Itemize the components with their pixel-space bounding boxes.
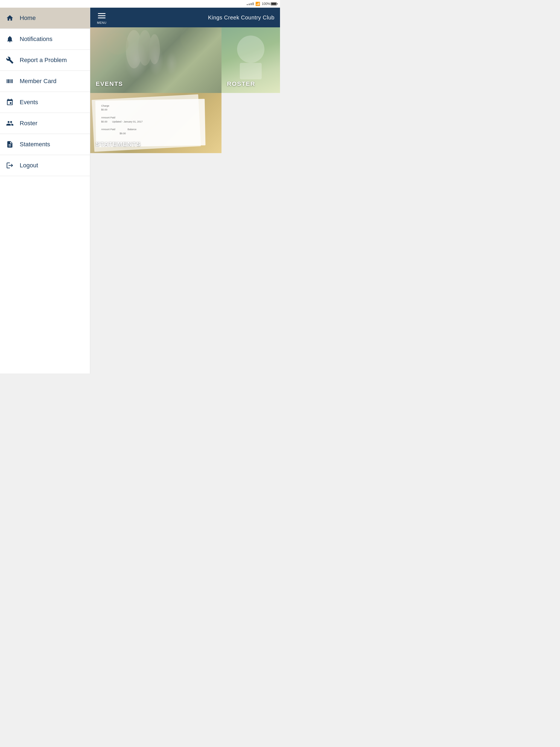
app-title: Kings Creek Country Club: [113, 15, 275, 21]
wrench-icon: [5, 56, 14, 65]
sidebar-item-statements[interactable]: Statements: [0, 134, 90, 155]
tile-statements-label: STATEMENTS: [96, 140, 141, 148]
sidebar-item-logout-label: Logout: [20, 162, 38, 169]
svg-point-4: [180, 27, 208, 52]
sidebar-item-member-card[interactable]: Member Card: [0, 71, 90, 92]
status-bar: 📶 100%: [0, 0, 280, 8]
svg-point-3: [107, 33, 128, 55]
sidebar-item-home-label: Home: [20, 15, 36, 22]
barcode-icon: [5, 77, 14, 85]
tile-roster[interactable]: ROSTER: [222, 27, 280, 93]
sidebar-item-logout[interactable]: Logout: [0, 155, 90, 176]
tile-statements[interactable]: Charge $0.00 Amount Paid $0.00 Updated -…: [90, 93, 222, 153]
sidebar-item-member-card-label: Member Card: [20, 78, 56, 85]
app-body: Home Notifications Report a Problem: [0, 8, 280, 374]
tile-events[interactable]: EVENTS: [90, 27, 222, 93]
hamburger-icon: [96, 11, 108, 21]
sidebar-item-report-problem[interactable]: Report a Problem: [0, 50, 90, 71]
sidebar-item-notifications[interactable]: Notifications: [0, 29, 90, 50]
tile-roster-label: ROSTER: [227, 80, 255, 87]
svg-point-2: [149, 34, 160, 64]
people-icon: [5, 119, 14, 128]
svg-point-5: [237, 35, 264, 63]
sidebar-item-roster[interactable]: Roster: [0, 113, 90, 134]
sidebar-item-statements-label: Statements: [20, 141, 50, 148]
sidebar-item-events[interactable]: Events: [0, 92, 90, 113]
tile-events-label: EVENTS: [96, 80, 123, 87]
statements-overlay-text: Charge $0.00 Amount Paid $0.00 Updated -…: [101, 104, 143, 135]
menu-button[interactable]: MENU: [96, 11, 108, 24]
battery-pct-label: 100%: [262, 2, 270, 6]
logout-icon: [5, 161, 14, 170]
menu-label: MENU: [97, 21, 106, 24]
sidebar-item-events-label: Events: [20, 99, 38, 106]
sidebar-item-notifications-label: Notifications: [20, 35, 52, 43]
battery-box: [271, 2, 277, 5]
document-icon: [5, 140, 14, 149]
battery-indicator: 100%: [262, 2, 277, 6]
tile-grid: EVENTS ROSTER Charge $0.00: [90, 27, 280, 153]
sidebar: Home Notifications Report a Problem: [0, 8, 90, 374]
main-content: MENU Kings Creek Country Club EV: [90, 8, 280, 374]
sidebar-item-roster-label: Roster: [20, 120, 37, 127]
bell-icon: [5, 35, 14, 44]
home-icon: [5, 14, 14, 22]
battery-fill: [271, 3, 276, 5]
calendar-icon: [5, 98, 14, 107]
signal-icon: [247, 2, 254, 5]
svg-rect-6: [240, 63, 262, 79]
top-bar: MENU Kings Creek Country Club: [90, 8, 280, 27]
sidebar-item-report-problem-label: Report a Problem: [20, 57, 67, 64]
sidebar-item-home[interactable]: Home: [0, 8, 90, 29]
wifi-icon: 📶: [255, 2, 260, 6]
